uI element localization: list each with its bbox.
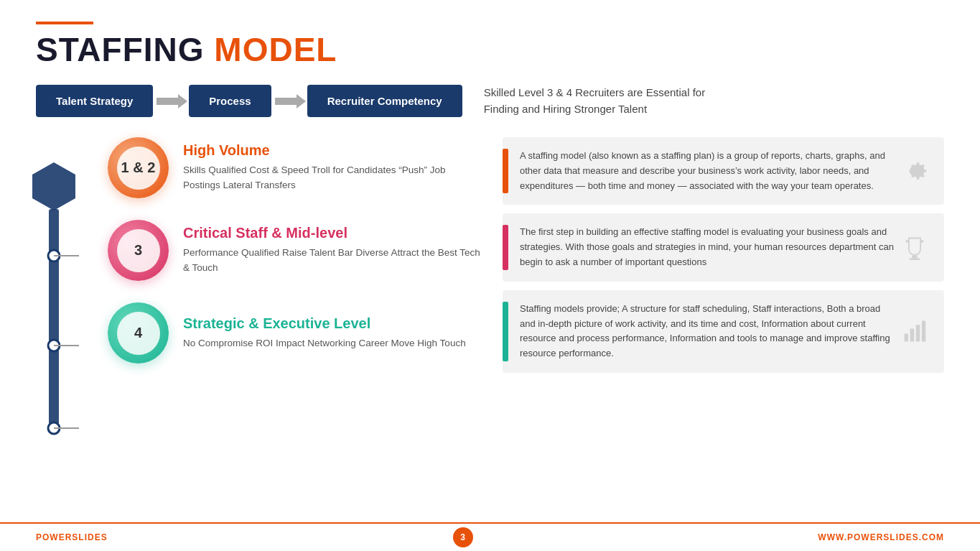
- arrow-1: [153, 91, 189, 112]
- timeline-item-3: 4 Strategic & Executive Level No Comprom…: [108, 302, 481, 364]
- right-column: A staffing model (also known as a staffi…: [503, 137, 944, 373]
- card-text-3: Staffing models provide; A structure for…: [520, 302, 897, 361]
- item-text-3: Strategic & Executive Level No Compromis…: [183, 315, 481, 351]
- item-desc-1: Skills Qualified Cost & Speed Troll for …: [183, 163, 481, 193]
- timeline-items: 1 & 2 High Volume Skills Qualified Cost …: [36, 137, 481, 364]
- circle-inner-2: 3: [117, 229, 160, 272]
- circle-badge-1: 1 & 2: [108, 137, 169, 198]
- blue-connector-shape: [22, 152, 86, 453]
- header-accent-line: [36, 22, 93, 24]
- card-accent-1: [503, 149, 508, 193]
- circle-inner-1: 1 & 2: [117, 147, 160, 190]
- item-desc-3: No Compromise ROI Impact Networking Care…: [183, 336, 481, 351]
- footer: POWERSLIDES 3 WWW.POWERSLIDES.COM: [0, 522, 980, 551]
- footer-brand-power: POWER: [36, 532, 72, 542]
- info-card-1: A staffing model (also known as a staffi…: [503, 137, 944, 205]
- svg-marker-2: [32, 162, 75, 210]
- process-bar: Talent Strategy Process Recruiter Compet…: [36, 85, 944, 117]
- card-text-1: A staffing model (also known as a staffi…: [520, 149, 897, 193]
- circle-badge-3: 4: [108, 302, 169, 364]
- circle-inner-3: 4: [117, 312, 160, 355]
- info-card-3: Staffing models provide; A structure for…: [503, 290, 944, 373]
- title-staffing: STAFFING: [36, 31, 205, 68]
- svg-rect-14: [916, 325, 920, 341]
- footer-center: 3: [108, 527, 818, 547]
- arrow-2: [271, 91, 307, 112]
- trophy-icon: [897, 225, 933, 269]
- timeline-item-2: 3 Critical Staff & Mid-level Performance…: [108, 220, 481, 281]
- item-title-2: Critical Staff & Mid-level: [183, 225, 481, 241]
- footer-brand-slides: SLIDES: [72, 532, 107, 542]
- info-card-2: The first step in building an effective …: [503, 213, 944, 281]
- svg-rect-12: [905, 334, 908, 342]
- item-title-3: Strategic & Executive Level: [183, 315, 481, 332]
- process-btn-recruiter[interactable]: Recruiter Competency: [307, 85, 462, 117]
- item-desc-2: Performance Qualified Raise Talent Bar D…: [183, 246, 481, 276]
- process-btn-talent[interactable]: Talent Strategy: [36, 85, 153, 117]
- slide: STAFFING MODEL Talent Strategy Process R…: [0, 0, 980, 551]
- title-model: MODEL: [205, 31, 337, 68]
- item-text-1: High Volume Skills Qualified Cost & Spee…: [183, 142, 481, 193]
- card-text-2: The first step in building an effective …: [520, 225, 897, 269]
- svg-rect-15: [922, 321, 925, 342]
- item-text-2: Critical Staff & Mid-level Performance Q…: [183, 225, 481, 276]
- main-content: 1 & 2 High Volume Skills Qualified Cost …: [36, 137, 944, 373]
- timeline-item-1: 1 & 2 High Volume Skills Qualified Cost …: [108, 137, 481, 198]
- card-accent-3: [503, 302, 508, 361]
- svg-rect-3: [49, 209, 59, 425]
- left-column: 1 & 2 High Volume Skills Qualified Cost …: [36, 137, 481, 373]
- svg-rect-11: [910, 258, 920, 260]
- gear-icon: [897, 149, 933, 193]
- svg-marker-1: [275, 94, 306, 108]
- svg-marker-0: [157, 94, 187, 108]
- footer-brand: POWERSLIDES: [36, 532, 108, 542]
- item-title-1: High Volume: [183, 142, 481, 159]
- footer-url: WWW.POWERSLIDES.COM: [818, 532, 944, 542]
- chart-icon: [897, 302, 933, 361]
- card-accent-2: [503, 225, 508, 269]
- svg-rect-13: [910, 329, 914, 342]
- slide-title: STAFFING MODEL: [36, 30, 944, 69]
- svg-rect-10: [912, 255, 917, 258]
- process-description: Skilled Level 3 & 4 Recruiters are Essen…: [484, 85, 735, 117]
- page-number-badge: 3: [453, 527, 473, 547]
- circle-badge-2: 3: [108, 220, 169, 281]
- process-btn-process[interactable]: Process: [189, 85, 271, 117]
